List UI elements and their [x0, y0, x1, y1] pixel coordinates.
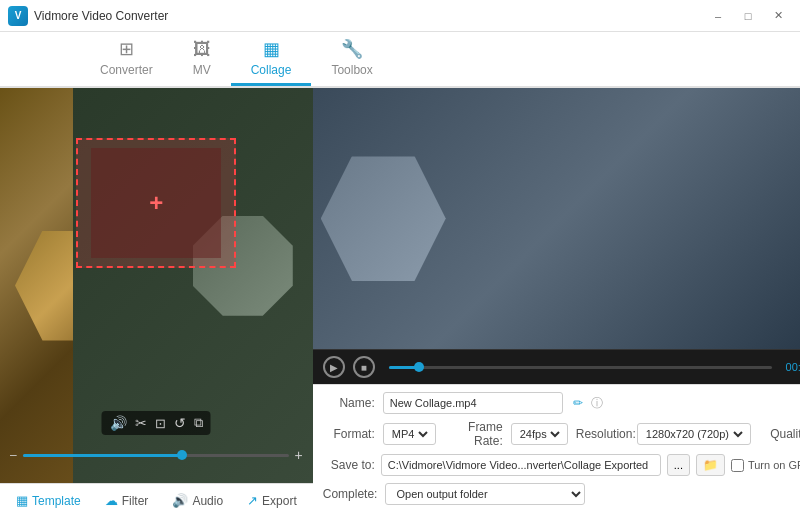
saveto-label: Save to: — [323, 458, 375, 472]
tab-mv[interactable]: 🖼 MV — [173, 33, 231, 86]
format-select[interactable]: MP4 — [383, 423, 436, 445]
crop-ctrl-icon[interactable]: ⊡ — [155, 416, 166, 431]
framerate-select[interactable]: 24fps — [511, 423, 568, 445]
audio-label: Audio — [192, 494, 223, 508]
mv-label: MV — [193, 63, 211, 77]
preview-progress-thumb — [414, 362, 424, 372]
toolbar-tab-filter[interactable]: ☁ Filter — [93, 489, 161, 512]
settings-panel: Name: ✏ ⓘ Format: MP4 Frame Rate: 24fps — [313, 384, 800, 517]
right-plus-icon[interactable]: + — [295, 447, 303, 463]
progress-bar-container: – + — [10, 447, 303, 463]
tab-toolbox[interactable]: 🔧 Toolbox — [311, 32, 392, 86]
minimize-button[interactable]: – — [704, 6, 732, 26]
video-area: + 🔊 ✂ ⊡ ↺ ⧉ – + — [0, 88, 313, 483]
volume-ctrl-icon[interactable]: 🔊 — [110, 415, 127, 431]
preview-background — [313, 88, 800, 349]
progress-thumb — [177, 450, 187, 460]
time-display: 00:00:02.08/00:00:44.05 — [786, 361, 800, 373]
resolution-label: Resolution: — [576, 427, 629, 441]
edit-icon[interactable]: ✏ — [573, 396, 583, 410]
export-icon: ↗ — [247, 493, 258, 508]
app-title: Vidmore Video Converter — [34, 9, 168, 23]
collage-icon: ▦ — [263, 38, 280, 60]
stop-icon: ■ — [361, 362, 367, 373]
info-icon[interactable]: ⓘ — [591, 395, 603, 412]
bottom-toolbar: ▦ Template ☁ Filter 🔊 Audio ↗ Export — [0, 483, 313, 517]
template-icon: ▦ — [16, 493, 28, 508]
toolbar-tab-export[interactable]: ↗ Export — [235, 489, 309, 512]
toolbox-label: Toolbox — [331, 63, 372, 77]
browse-button[interactable]: ... — [667, 454, 690, 476]
filter-label: Filter — [122, 494, 149, 508]
plus-icon: + — [149, 189, 163, 217]
left-minus-icon[interactable]: – — [10, 448, 17, 462]
right-panel: ▶ ■ 00:00:02.08/00:00:44.05 🔊 Name: ✏ ⓘ — [313, 88, 800, 517]
complete-label: Complete: — [323, 487, 378, 501]
stop-button[interactable]: ■ — [353, 356, 375, 378]
complete-row: Complete: Open output folder — [323, 482, 800, 506]
nav-tabs: ⊞ Converter 🖼 MV ▦ Collage 🔧 Toolbox — [0, 32, 800, 88]
preview-area — [313, 88, 800, 349]
progress-fill — [23, 454, 183, 457]
split-ctrl-icon[interactable]: ⧉ — [194, 415, 203, 431]
converter-label: Converter — [100, 63, 153, 77]
name-label: Name: — [323, 396, 375, 410]
export-label: Export — [262, 494, 297, 508]
name-input[interactable] — [383, 392, 563, 414]
framerate-label: Frame Rate: — [444, 420, 503, 448]
selected-video-inner: + — [91, 148, 221, 258]
gpu-checkbox-input[interactable] — [731, 459, 744, 472]
toolbar-tab-audio[interactable]: 🔊 Audio — [160, 489, 235, 512]
play-button[interactable]: ▶ — [323, 356, 345, 378]
saveto-path-input[interactable] — [381, 454, 661, 476]
gpu-checkbox: Turn on GPU Acceleration — [731, 459, 800, 472]
rotate-ctrl-icon[interactable]: ↺ — [174, 415, 186, 431]
format-row: Format: MP4 Frame Rate: 24fps Resolution… — [323, 420, 800, 448]
cut-ctrl-icon[interactable]: ✂ — [135, 415, 147, 431]
video-edit-controls: 🔊 ✂ ⊡ ↺ ⧉ — [102, 411, 211, 435]
collage-label: Collage — [251, 63, 292, 77]
playback-controls: ▶ ■ 00:00:02.08/00:00:44.05 🔊 — [313, 349, 800, 384]
progress-track[interactable] — [23, 454, 289, 457]
saveto-row: Save to: ... 📁 Turn on GPU Acceleration — [323, 453, 800, 477]
name-row: Name: ✏ ⓘ — [323, 391, 800, 415]
resolution-dropdown[interactable]: 1280x720 (720p) — [642, 427, 746, 441]
toolbar-tab-template[interactable]: ▦ Template — [4, 489, 93, 512]
title-bar-left: V Vidmore Video Converter — [8, 6, 168, 26]
format-label: Format: — [323, 427, 375, 441]
template-label: Template — [32, 494, 81, 508]
converter-icon: ⊞ — [119, 38, 134, 60]
left-panel: + 🔊 ✂ ⊡ ↺ ⧉ – + — [0, 88, 313, 517]
mv-icon: 🖼 — [193, 39, 211, 60]
toolbox-icon: 🔧 — [341, 38, 363, 60]
maximize-button[interactable]: □ — [734, 6, 762, 26]
title-bar: V Vidmore Video Converter – □ ✕ — [0, 0, 800, 32]
app-icon: V — [8, 6, 28, 26]
format-dropdown[interactable]: MP4 — [388, 427, 431, 441]
tab-collage[interactable]: ▦ Collage — [231, 32, 312, 86]
quality-label: Quality: — [759, 427, 800, 441]
resolution-select[interactable]: 1280x720 (720p) — [637, 423, 751, 445]
play-icon: ▶ — [330, 362, 338, 373]
complete-select[interactable]: Open output folder — [385, 483, 585, 505]
audio-icon: 🔊 — [172, 493, 188, 508]
filter-icon: ☁ — [105, 493, 118, 508]
open-folder-button[interactable]: 📁 — [696, 454, 725, 476]
window-controls: – □ ✕ — [704, 6, 792, 26]
framerate-dropdown[interactable]: 24fps — [516, 427, 563, 441]
preview-progress-track[interactable] — [389, 366, 772, 369]
selected-video-overlay[interactable]: + — [76, 138, 236, 268]
tab-converter[interactable]: ⊞ Converter — [80, 32, 173, 86]
close-button[interactable]: ✕ — [764, 6, 792, 26]
gpu-label: Turn on GPU Acceleration — [748, 459, 800, 471]
